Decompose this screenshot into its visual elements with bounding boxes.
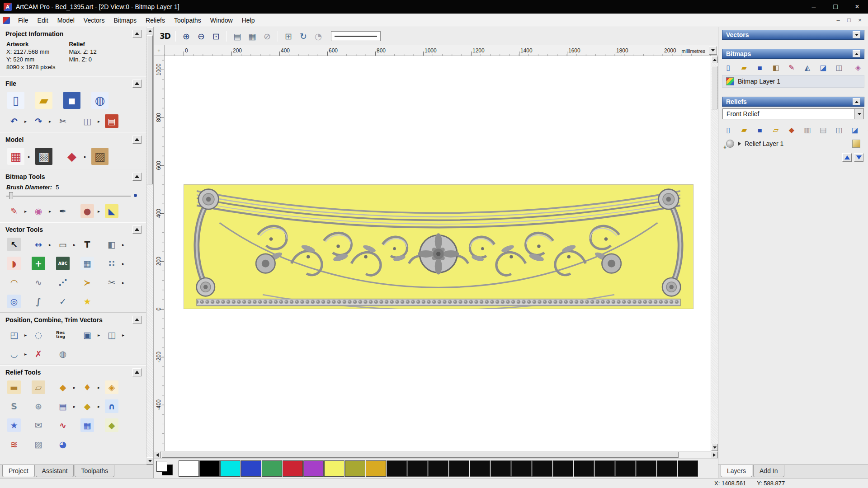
palette-swatch[interactable]	[594, 460, 615, 477]
node-edit-icon[interactable]: ⋰	[56, 276, 70, 289]
palette-swatch[interactable]	[574, 460, 594, 477]
tab-layers[interactable]: Layers	[721, 465, 752, 477]
zoom-objects-icon[interactable]: ▦	[245, 29, 259, 43]
scroll-down-button[interactable]	[711, 444, 718, 451]
zoom-out-icon[interactable]: ⊖	[194, 29, 208, 43]
calculate-relief-icon[interactable]: ◆	[786, 124, 797, 135]
line-width-selector[interactable]	[331, 31, 381, 41]
fence-vectors-icon[interactable]: ▦	[80, 257, 94, 270]
delete-bitmap-icon[interactable]: ◫	[834, 62, 844, 73]
shape-editor-icon[interactable]: ◆▸	[56, 380, 70, 394]
palette-swatch[interactable]	[449, 460, 469, 477]
menu-item[interactable]: Window	[206, 14, 237, 26]
palette-swatch[interactable]	[303, 460, 324, 477]
primary-secondary-color-widget[interactable]	[155, 460, 177, 478]
palette-swatch[interactable]	[179, 460, 199, 477]
primary-color-front[interactable]	[156, 461, 167, 472]
menu-item[interactable]: Bitmaps	[109, 14, 142, 26]
collapse-file-button[interactable]	[132, 80, 142, 88]
bitmap-to-vector-icon[interactable]: +	[32, 257, 45, 270]
palette-swatch[interactable]	[532, 460, 552, 477]
scroll-right-button[interactable]	[711, 451, 718, 458]
smooth-polyline-icon[interactable]: ∿	[32, 276, 45, 289]
collapse-reliefs-button[interactable]	[853, 98, 860, 105]
palette-swatch[interactable]	[470, 460, 490, 477]
reset-relief-icon[interactable]: ▤	[818, 124, 829, 135]
move-layer-up-button[interactable]	[842, 153, 852, 162]
mirror-vectors-icon[interactable]: ◧▸	[105, 238, 118, 251]
palette-swatch[interactable]	[387, 460, 407, 477]
palette-swatch[interactable]	[324, 460, 344, 477]
redo-icon[interactable]: ↷▸	[32, 114, 45, 128]
relief-selector-dropdown[interactable]: Front Relief	[722, 108, 864, 119]
save-model-icon[interactable]: ▪	[63, 92, 80, 109]
restore-button[interactable]: □	[825, 0, 846, 14]
bitmap-transparency-icon[interactable]: ◪	[818, 62, 829, 73]
new-relief-icon[interactable]: ▯	[723, 124, 734, 135]
brush-diameter-slider[interactable]	[6, 192, 138, 200]
scrollbar-thumb[interactable]	[712, 66, 717, 109]
flood-fill-icon[interactable]: ◣	[105, 204, 118, 218]
select-vectors-icon[interactable]: ↖	[7, 238, 21, 251]
offset-relief-icon[interactable]: ▤▸	[56, 399, 70, 413]
palette-swatch[interactable]	[407, 460, 428, 477]
load-reference-icon[interactable]: ▨	[91, 148, 108, 165]
copy-icon[interactable]: ◫▸	[80, 114, 94, 128]
switch-to-3d-view-button[interactable]: 3D	[158, 29, 172, 43]
mdi-close-button[interactable]: ×	[854, 17, 865, 23]
bitmap-layer-row[interactable]: Bitmap Layer 1	[722, 75, 864, 88]
smooth-relief-icon[interactable]: ▱	[32, 380, 45, 394]
tab-toolpaths[interactable]: Toolpaths	[75, 465, 114, 477]
smooth-relief-small-icon[interactable]: ◪	[849, 124, 860, 135]
pan-view-icon[interactable]: ⊞	[282, 29, 295, 43]
save-bitm ap-icon[interactable]: ▪	[755, 62, 765, 73]
palette-swatch[interactable]	[241, 460, 261, 477]
menu-item[interactable]: File	[14, 14, 33, 26]
nesting-icon[interactable]: Nes ting	[56, 328, 70, 342]
align-vectors-icon[interactable]: ▣▸	[80, 328, 94, 342]
menu-item[interactable]: Toolpaths	[170, 14, 206, 26]
relief-clipart-icon[interactable]: ◈	[105, 380, 118, 394]
weld-vectors-icon[interactable]: ◡▸	[7, 347, 21, 361]
emboss-relief-icon[interactable]: ▦	[80, 418, 94, 432]
free-curve-icon[interactable]: ∫	[32, 295, 45, 308]
draw-bitmap-icon[interactable]: ✎	[786, 62, 797, 73]
scroll-up-button[interactable]	[711, 56, 718, 63]
collapse-bitmaps-button[interactable]	[853, 50, 860, 57]
zoom-previous-icon[interactable]: ⊘	[260, 29, 274, 43]
expand-relief-layer-icon[interactable]	[738, 141, 741, 146]
palette-swatch[interactable]	[636, 460, 656, 477]
wave-relief-icon[interactable]: ∿	[56, 418, 70, 432]
menu-item[interactable]: Reliefs	[141, 14, 170, 26]
close-button[interactable]: ×	[846, 0, 868, 14]
rotate-copy-icon[interactable]: ◌	[32, 328, 45, 342]
model-lighting-icon[interactable]: ◆▸	[63, 148, 80, 165]
create-star-icon[interactable]: ★	[80, 295, 94, 308]
relief-layer-clipart-icon[interactable]	[852, 140, 860, 148]
menu-item[interactable]: Vectors	[79, 14, 109, 26]
vector-doctor-icon[interactable]: ✓	[56, 295, 70, 308]
import-model-icon[interactable]: ◍	[91, 92, 108, 109]
create-rectangle-icon[interactable]: ▭▸	[56, 238, 70, 251]
palette-swatch[interactable]	[553, 460, 573, 477]
tab-add-in[interactable]: Add In	[753, 465, 784, 477]
bitmap-contrast-icon[interactable]: ◧	[770, 62, 781, 73]
tab-project[interactable]: Project	[2, 465, 35, 477]
menu-item[interactable]: Edit	[33, 14, 53, 26]
block-copy-icon[interactable]: ◰▸	[7, 328, 21, 342]
menu-item[interactable]: Help	[237, 14, 259, 26]
envelope-relief-icon[interactable]: ✉	[32, 418, 45, 432]
transform-vectors-icon[interactable]: ↔▸	[32, 238, 45, 251]
relief-layer-row[interactable]: + Relief Layer 1	[722, 137, 864, 150]
canvas-vertical-scrollbar[interactable]	[711, 56, 718, 451]
vector-boundary-icon[interactable]: ◗	[7, 257, 21, 270]
collapse-model-button[interactable]	[132, 136, 142, 144]
paste-notes-icon[interactable]: ▤	[105, 114, 118, 128]
redraw-view-icon[interactable]: ↻	[297, 29, 310, 43]
mdi-restore-button[interactable]: □	[844, 17, 854, 23]
open-model-icon[interactable]: ▰	[35, 92, 52, 109]
texture-relief-icon[interactable]: ★	[7, 418, 21, 432]
new-bitmap-icon[interactable]: ▯	[723, 62, 734, 73]
palette-swatch[interactable]	[283, 460, 303, 477]
preview-relief-icon[interactable]: ▥	[802, 124, 813, 135]
